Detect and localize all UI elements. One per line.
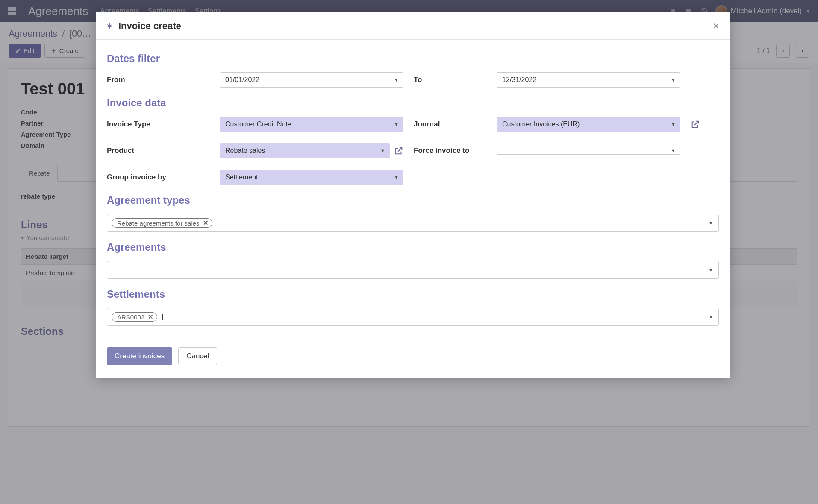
invoice-type-select[interactable]: Customer Credit Note ▼ xyxy=(220,117,403,132)
chevron-down-icon: ▼ xyxy=(671,148,676,153)
journal-external-link-icon[interactable] xyxy=(691,120,716,129)
section-agreements: Agreements xyxy=(107,241,719,253)
label-product: Product xyxy=(107,147,209,155)
agreement-types-tag: Rebate agreements for sales ✕ xyxy=(112,218,212,228)
chevron-down-icon: ▼ xyxy=(709,220,713,226)
product-select[interactable]: Rebate sales ▼ xyxy=(220,143,390,158)
chevron-down-icon: ▼ xyxy=(671,122,676,127)
journal-select[interactable]: Customer Invoices (EUR) ▼ xyxy=(497,117,680,132)
force-invoice-select[interactable]: ▼ xyxy=(497,147,680,155)
agreement-types-select[interactable]: Rebate agreements for sales ✕ ▼ xyxy=(107,214,719,232)
label-force-invoice: Force invoice to xyxy=(414,147,486,155)
product-external-link-icon[interactable] xyxy=(394,146,403,155)
chevron-down-icon: ▼ xyxy=(394,122,399,127)
label-journal: Journal xyxy=(414,120,486,129)
agreements-select[interactable]: ▼ xyxy=(107,261,719,279)
journal-value: Customer Invoices (EUR) xyxy=(502,120,580,128)
settlements-tag-label: ARS0002 xyxy=(117,314,144,321)
section-agreement-types: Agreement types xyxy=(107,194,719,206)
tag-remove-icon[interactable]: ✕ xyxy=(148,313,153,321)
agreement-types-tag-label: Rebate agreements for sales xyxy=(117,220,200,227)
chevron-down-icon: ▼ xyxy=(394,77,399,82)
close-icon[interactable]: ✕ xyxy=(712,21,720,31)
group-by-value: Settlement xyxy=(225,173,258,181)
invoice-type-value: Customer Credit Note xyxy=(225,120,291,128)
text-cursor: | xyxy=(162,313,163,321)
to-date-value: 12/31/2022 xyxy=(502,76,536,83)
bug-icon[interactable]: ✶ xyxy=(106,21,113,31)
section-settlements: Settlements xyxy=(107,288,719,300)
to-date-input[interactable]: 12/31/2022 ▼ xyxy=(497,72,680,88)
chevron-down-icon: ▼ xyxy=(380,148,385,153)
chevron-down-icon: ▼ xyxy=(709,267,713,273)
group-by-select[interactable]: Settlement ▼ xyxy=(220,170,403,185)
cancel-button[interactable]: Cancel xyxy=(178,347,217,365)
chevron-down-icon: ▼ xyxy=(709,314,713,319)
product-value: Rebate sales xyxy=(225,147,265,154)
settlements-select[interactable]: ARS0002 ✕ | ▼ xyxy=(107,308,719,326)
modal-title: Invoice create xyxy=(118,21,181,32)
settlements-tag: ARS0002 ✕ xyxy=(112,312,157,322)
section-dates-filter: Dates filter xyxy=(107,53,719,64)
label-to: To xyxy=(414,76,486,84)
label-invoice-type: Invoice Type xyxy=(107,120,209,129)
from-date-input[interactable]: 01/01/2022 ▼ xyxy=(220,72,403,88)
create-invoices-button[interactable]: Create invoices xyxy=(107,347,172,365)
chevron-down-icon: ▼ xyxy=(671,77,676,82)
modal-invoice-create: ✶ Invoice create ✕ Dates filter From 01/… xyxy=(96,12,730,378)
label-from: From xyxy=(107,76,209,84)
section-invoice-data: Invoice data xyxy=(107,97,719,109)
chevron-down-icon: ▼ xyxy=(394,175,399,180)
from-date-value: 01/01/2022 xyxy=(225,76,259,83)
tag-remove-icon[interactable]: ✕ xyxy=(203,219,209,227)
label-group-by: Group invoice by xyxy=(107,173,209,182)
